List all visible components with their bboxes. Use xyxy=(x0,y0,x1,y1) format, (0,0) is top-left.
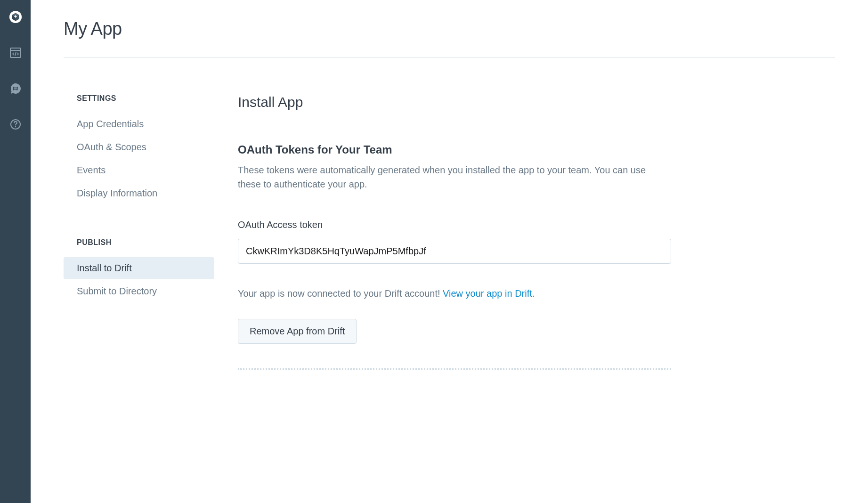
dotted-divider xyxy=(238,368,671,370)
header-divider xyxy=(64,57,835,57)
page-title: My App xyxy=(64,19,835,39)
sidebar-menu: SETTINGS App Credentials OAuth & Scopes … xyxy=(64,94,214,370)
sidebar-item-events[interactable]: Events xyxy=(64,159,214,181)
menu-group-publish: PUBLISH xyxy=(64,238,214,247)
oauth-section-heading: OAuth Tokens for Your Team xyxy=(238,143,671,156)
main-heading: Install App xyxy=(238,94,671,110)
logo-icon[interactable] xyxy=(9,10,22,24)
oauth-section-description: These tokens were automatically generate… xyxy=(238,163,671,191)
code-window-icon[interactable] xyxy=(9,46,22,59)
sidebar-item-oauth-scopes[interactable]: OAuth & Scopes xyxy=(64,136,214,158)
oauth-token-input[interactable] xyxy=(238,239,671,264)
sidebar-item-install-to-drift[interactable]: Install to Drift xyxy=(64,257,214,279)
main-panel: Install App OAuth Tokens for Your Team T… xyxy=(238,94,671,370)
sidebar-item-app-credentials[interactable]: App Credentials xyxy=(64,113,214,135)
view-app-link[interactable]: View your app in Drift. xyxy=(443,288,535,299)
sidebar-item-display-information[interactable]: Display Information xyxy=(64,182,214,204)
svg-point-4 xyxy=(15,126,16,127)
sidebar-item-submit-to-directory[interactable]: Submit to Directory xyxy=(64,280,214,302)
token-label: OAuth Access token xyxy=(238,219,671,230)
menu-group-settings: SETTINGS xyxy=(64,94,214,103)
hash-icon[interactable] xyxy=(9,82,22,95)
help-icon[interactable] xyxy=(9,118,22,131)
nav-rail xyxy=(0,0,31,503)
remove-app-button[interactable]: Remove App from Drift xyxy=(238,319,357,344)
status-message: Your app is now connected to your Drift … xyxy=(238,288,443,299)
content-area: My App SETTINGS App Credentials OAuth & … xyxy=(31,0,868,503)
status-text: Your app is now connected to your Drift … xyxy=(238,288,671,299)
